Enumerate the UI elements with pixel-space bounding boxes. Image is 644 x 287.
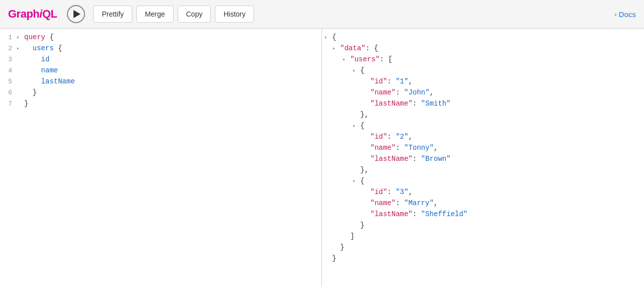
- json-line: "lastName": "Brown": [322, 154, 644, 165]
- code-content: name: [24, 66, 321, 74]
- json-content: "id": "2",: [370, 133, 644, 141]
- json-line: ]: [322, 232, 644, 243]
- json-content: },: [360, 111, 644, 119]
- json-content: {: [360, 177, 644, 185]
- json-content: "users": [: [350, 55, 644, 63]
- chevron-left-icon: ‹: [614, 11, 616, 18]
- line-number: 2: [0, 45, 16, 52]
- fold-icon[interactable]: ▾: [324, 34, 332, 41]
- json-line: ▾ "data": {: [322, 44, 644, 55]
- json-content: ]: [350, 232, 644, 240]
- json-content: },: [360, 166, 644, 174]
- code-line: 6 }: [0, 88, 321, 99]
- json-line: "name": "John",: [322, 88, 644, 99]
- json-line: "name": "Marry",: [322, 199, 644, 210]
- json-line: ▾ {: [322, 121, 644, 132]
- code-line: 3 id: [0, 55, 321, 66]
- json-line: "id": "1",: [322, 77, 644, 88]
- code-line: 5 lastName: [0, 77, 321, 88]
- code-content: }: [24, 100, 321, 108]
- fold-icon[interactable]: ▾: [352, 123, 360, 129]
- code-line: 1 ▾ query {: [0, 33, 321, 44]
- query-editor[interactable]: 1 ▾ query { 2 ▾ users { 3 id 4 name 5 l: [0, 29, 322, 287]
- run-button[interactable]: [67, 5, 85, 23]
- code-content: lastName: [24, 77, 321, 85]
- json-line: ▾ "users": [: [322, 55, 644, 66]
- json-content: {: [332, 33, 644, 41]
- json-content: "lastName": "Smith": [370, 100, 644, 108]
- play-icon: [73, 10, 80, 18]
- line-number: 1: [0, 34, 16, 41]
- app-logo: GraphiQL: [8, 8, 57, 21]
- json-line: "id": "3",: [322, 187, 644, 199]
- json-line: },: [322, 110, 644, 121]
- main-area: 1 ▾ query { 2 ▾ users { 3 id 4 name 5 l: [0, 29, 644, 287]
- fold-icon[interactable]: ▾: [332, 45, 340, 52]
- code-content: id: [24, 55, 321, 63]
- code-content: }: [24, 88, 321, 97]
- line-number: 7: [0, 100, 16, 108]
- json-line: ▾ {: [322, 176, 644, 187]
- fold-icon[interactable]: ▾: [342, 56, 350, 63]
- json-content: {: [360, 66, 644, 74]
- json-content: "lastName": "Sheffield": [370, 210, 644, 218]
- json-line: },: [322, 165, 644, 176]
- history-button[interactable]: History: [215, 6, 254, 23]
- prettify-button[interactable]: Prettify: [93, 6, 132, 23]
- json-content: "data": {: [340, 44, 644, 52]
- code-line: 4 name: [0, 66, 321, 77]
- json-line: "name": "Tonny",: [322, 143, 644, 154]
- line-number: 6: [0, 89, 16, 97]
- json-content: }: [340, 243, 644, 251]
- json-content: "name": "John",: [370, 88, 644, 97]
- line-number: 3: [0, 56, 16, 63]
- json-content: "lastName": "Brown": [370, 155, 644, 163]
- response-panel: ▾ { ▾ "data": { ▾ "users": [ ▾ { "id": "…: [322, 29, 644, 287]
- fold-icon[interactable]: ▾: [352, 178, 360, 184]
- docs-link[interactable]: ‹ Docs: [614, 10, 636, 19]
- json-line: ▾ {: [322, 66, 644, 77]
- code-content: query {: [24, 33, 321, 41]
- json-line: }: [322, 221, 644, 232]
- json-line: "id": "2",: [322, 132, 644, 143]
- json-content: }: [360, 221, 644, 229]
- json-content: "name": "Marry",: [370, 199, 644, 207]
- json-content: "name": "Tonny",: [370, 144, 644, 152]
- json-content: }: [332, 254, 644, 262]
- json-content: "id": "1",: [370, 77, 644, 85]
- json-content: {: [360, 122, 644, 130]
- docs-label: Docs: [619, 10, 636, 19]
- line-number: 4: [0, 67, 16, 74]
- json-line: }: [322, 243, 644, 254]
- merge-button[interactable]: Merge: [136, 6, 174, 23]
- toolbar: GraphiQL Prettify Merge Copy History ‹ D…: [0, 0, 644, 29]
- json-line: ▾ {: [322, 33, 644, 44]
- code-content: users {: [24, 44, 321, 52]
- copy-button[interactable]: Copy: [178, 6, 211, 23]
- code-line: 7 }: [0, 99, 321, 110]
- json-line: "lastName": "Sheffield": [322, 210, 644, 221]
- json-line: "lastName": "Smith": [322, 99, 644, 110]
- json-line: }: [322, 254, 644, 265]
- json-content: "id": "3",: [370, 188, 644, 196]
- code-line: 2 ▾ users {: [0, 44, 321, 55]
- fold-arrow[interactable]: ▾: [16, 45, 24, 52]
- line-number: 5: [0, 78, 16, 85]
- fold-arrow[interactable]: ▾: [16, 34, 24, 41]
- fold-icon[interactable]: ▾: [352, 67, 360, 74]
